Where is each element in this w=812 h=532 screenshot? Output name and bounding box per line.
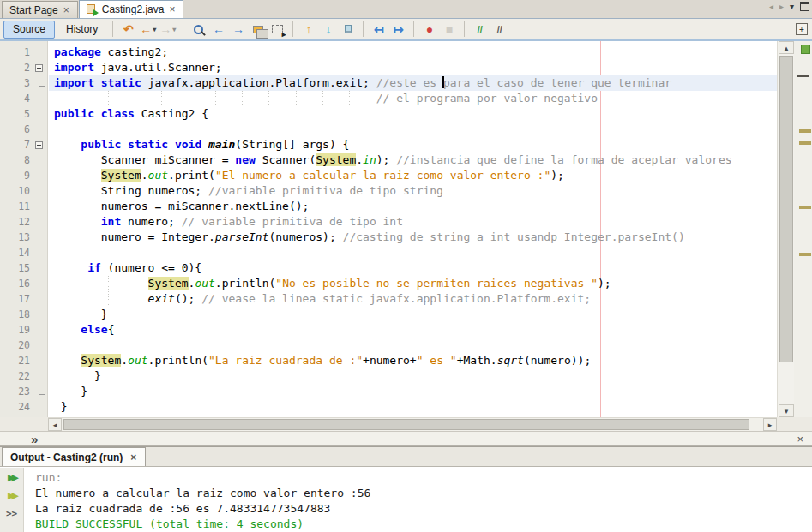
code-line-24[interactable]: } (49, 399, 777, 415)
code-token: exit (148, 292, 175, 305)
comment-icon[interactable]: // (471, 21, 489, 39)
toggle-bookmark-icon[interactable] (339, 21, 357, 39)
rerun-icon[interactable]: ▶▶ (3, 471, 21, 484)
code-line-16[interactable]: System.out.println("No es posible no se … (49, 276, 777, 291)
fold-collapse-icon[interactable] (35, 64, 43, 72)
toggle-highlight-search-icon[interactable] (249, 21, 267, 39)
maximize-window-icon[interactable] (800, 2, 809, 11)
history-view-button[interactable]: History (57, 21, 107, 39)
uncomment-icon[interactable]: // (490, 21, 508, 39)
code-line-18[interactable]: } (49, 307, 777, 322)
code-line-21[interactable]: System.out.println("La raiz cuadrada de … (49, 353, 777, 368)
code-line-8[interactable]: Scanner miScanner = new Scanner(System.i… (49, 152, 777, 168)
previous-bookmark-icon[interactable]: ↑ (299, 21, 317, 39)
indent-guide (108, 276, 109, 291)
input-prompt-icon-glyph: >> (6, 508, 17, 519)
code-line-9[interactable]: System.out.print("El numero a calcular l… (49, 168, 777, 183)
vertical-scrollbar-thumb[interactable] (779, 56, 793, 362)
fold-line (39, 245, 39, 260)
code-token: } (54, 400, 68, 413)
output-tab-close-icon[interactable]: × (129, 453, 137, 462)
scroll-left-icon[interactable]: ◂ (48, 418, 62, 431)
code-line-15[interactable]: if (numero <= 0){ (49, 260, 777, 276)
code-text-area[interactable]: package casting2;import java.util.Scanne… (49, 41, 777, 417)
code-line-14[interactable] (49, 245, 777, 260)
code-token: System (148, 277, 189, 290)
code-line-22[interactable]: } (49, 368, 777, 384)
stop-macro-recording-icon[interactable]: ■ (440, 21, 458, 39)
dropdown-arrow-icon[interactable]: ▾ (153, 26, 156, 33)
code-line-10[interactable]: String numeros; //variable primitiva de … (49, 183, 777, 199)
code-line-20[interactable] (49, 338, 777, 353)
next-bookmark-icon[interactable]: ↓ (319, 21, 337, 39)
scroll-tabs-left-icon[interactable]: ◂ (769, 2, 773, 11)
code-line-11[interactable]: numeros = miScanner.nextLine(); (49, 199, 777, 214)
fold-collapse-icon[interactable] (35, 141, 43, 149)
jump-last-edit-icon[interactable]: ↶ (119, 21, 137, 39)
input-prompt-icon[interactable]: >> (3, 507, 21, 520)
code-line-1[interactable]: package casting2; (49, 45, 777, 60)
toolbar-separator (183, 21, 183, 37)
code-line-12[interactable]: int numero; // variable primitiva de tip… (49, 214, 777, 230)
line-number-gutter[interactable]: 123456789101112131415161718192021222324 (0, 41, 48, 417)
code-token: System (316, 153, 356, 166)
output-tab[interactable]: Output - Casting2 (run) × (2, 447, 146, 466)
scroll-up-icon[interactable]: ▴ (779, 41, 794, 54)
shift-line-right-icon[interactable]: ↦ (389, 21, 407, 39)
rectangular-selection-icon[interactable] (268, 21, 286, 39)
forward-icon-glyph: → (159, 22, 171, 36)
scroll-down-icon[interactable]: ▾ (779, 404, 794, 417)
gutter-row-16: 16 (0, 276, 47, 291)
indent-guide (135, 91, 135, 106)
indent-guide (81, 368, 81, 384)
gutter-row-24: 24 (0, 399, 47, 415)
code-line-13[interactable]: numero = Integer.parseInt(numeros); //ca… (49, 230, 777, 245)
rerun-with-changes-icon[interactable]: ▶▶ (3, 489, 21, 502)
error-stripe[interactable] (794, 41, 812, 417)
code-token: casting2; (101, 45, 168, 58)
indent-guide (268, 91, 269, 106)
line-number: 20 (18, 338, 30, 353)
back-icon-glyph: ← (140, 22, 152, 36)
scroll-tabs-right-icon[interactable]: ▸ (779, 2, 784, 11)
toolbar-window-icon[interactable]: + (796, 23, 808, 35)
code-line-7[interactable]: public static void main(String[] args) { (49, 137, 777, 152)
code-line-6[interactable] (49, 122, 777, 137)
start-macro-recording-icon[interactable]: ● (420, 21, 438, 39)
output-line: El numero a calcular la raiz como valor … (35, 486, 812, 501)
breadcrumb-close-icon[interactable]: × (797, 432, 803, 446)
code-line-19[interactable]: else{ (49, 322, 777, 338)
source-view-button[interactable]: Source (3, 21, 55, 39)
find-next-occurrence-icon[interactable]: → (229, 21, 247, 39)
vertical-scrollbar[interactable]: ▴ ▾ (777, 41, 794, 417)
tab-close-icon[interactable]: × (63, 6, 70, 15)
gutter-row-5: 5 (0, 106, 47, 122)
shift-line-left-icon[interactable]: ↤ (370, 21, 388, 39)
gutter-row-22: 22 (0, 368, 47, 384)
code-line-23[interactable]: } (49, 384, 777, 399)
horizontal-scrollbar[interactable]: ◂ ▸ (48, 417, 777, 431)
tab-close-icon[interactable]: × (168, 5, 176, 14)
code-token: (numero <= 0){ (101, 261, 201, 274)
horizontal-scrollbar-thumb[interactable] (63, 419, 749, 430)
code-token: sqrt (497, 354, 524, 367)
back-icon[interactable]: ←▾ (139, 21, 157, 39)
find-selection-icon[interactable] (189, 21, 208, 39)
dropdown-arrow-icon[interactable]: ▾ (172, 26, 176, 33)
code-line-17[interactable]: exit(); // vease la linea static javafx.… (49, 291, 777, 307)
indent-guide (81, 307, 81, 322)
next-bookmark-icon-glyph: ↓ (325, 22, 331, 36)
find-previous-occurrence-icon[interactable]: ← (209, 21, 227, 39)
uncomment-icon-glyph: // (497, 24, 502, 34)
editor-tab-start-page[interactable]: Start Page× (2, 1, 78, 18)
forward-icon[interactable]: →▾ (159, 21, 177, 39)
editor-tab-casting2-java[interactable]: Casting2.java× (79, 0, 184, 18)
indent-guide (81, 230, 81, 245)
code-line-4[interactable]: // el programa por valor negativo (49, 91, 777, 106)
code-line-2[interactable]: import java.util.Scanner; (49, 60, 777, 75)
output-text-area[interactable]: run:El numero a calcular la raiz como va… (25, 468, 812, 532)
tab-list-dropdown-icon[interactable]: ▾ (790, 2, 794, 11)
code-line-5[interactable]: public class Casting2 { (49, 106, 777, 122)
scroll-right-icon[interactable]: ▸ (763, 418, 777, 431)
code-line-3[interactable]: import static javafx.application.Platfor… (49, 75, 777, 91)
